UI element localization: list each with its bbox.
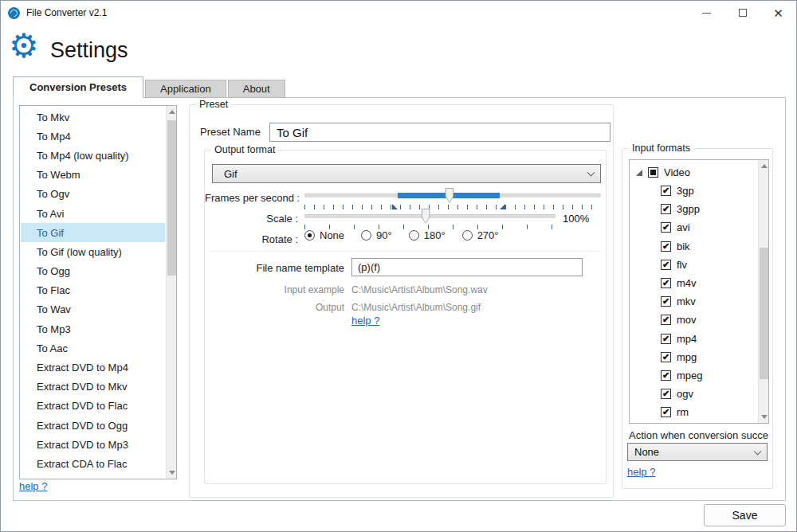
fps-slider-thumb[interactable] bbox=[445, 188, 453, 203]
format-tree-item[interactable]: ✔ bik bbox=[630, 237, 757, 256]
scroll-down-icon[interactable] bbox=[759, 411, 769, 423]
preset-listbox: To Mkv To Mp4 To Mp4 (low quality) To We… bbox=[19, 105, 177, 479]
preset-list-item[interactable]: To Mp3 bbox=[21, 319, 165, 338]
scale-value: 100% bbox=[563, 213, 589, 225]
close-button[interactable]: ✕ bbox=[760, 1, 796, 25]
preset-list-item[interactable]: Extract DVD to Ogg bbox=[21, 416, 165, 435]
preset-list-item[interactable]: To Avi bbox=[21, 204, 165, 223]
tree-root-label: Video bbox=[664, 166, 690, 178]
fps-slider[interactable] bbox=[304, 187, 601, 203]
scale-label: Scale : bbox=[205, 213, 298, 225]
preset-list-item[interactable]: To Gif (low quality) bbox=[21, 242, 165, 261]
preset-list-item[interactable]: Extract DVD to Mp4 bbox=[21, 358, 165, 377]
format-checkbox[interactable]: ✔ bbox=[661, 370, 671, 381]
input-formats-group-label: Input formats bbox=[629, 143, 693, 154]
format-tree-item[interactable]: ✔ flv bbox=[630, 256, 757, 274]
tab-strip: Conversion Presets Application About bbox=[13, 76, 287, 98]
section-divider bbox=[211, 251, 601, 252]
tree-expander-icon[interactable] bbox=[636, 170, 642, 176]
rotate-radio-option[interactable]: None bbox=[304, 229, 344, 241]
format-tree-item[interactable]: ✔ mpeg bbox=[630, 366, 757, 385]
file-template-label: File name template bbox=[205, 262, 344, 274]
preset-list-item[interactable]: To Wav bbox=[21, 300, 165, 319]
action-select[interactable]: None bbox=[627, 443, 768, 461]
output-format-select[interactable]: Gif bbox=[212, 164, 601, 183]
rotate-radio-option[interactable]: 270° bbox=[462, 229, 499, 241]
scroll-thumb[interactable] bbox=[167, 120, 176, 276]
minimize-button[interactable] bbox=[689, 1, 724, 25]
settings-gear-icon: ⚙ bbox=[9, 29, 39, 63]
format-tree-item[interactable]: ✔ mov bbox=[630, 311, 757, 329]
tree-node-video[interactable]: Video bbox=[630, 163, 757, 182]
preset-list-item[interactable]: To Mkv bbox=[21, 108, 165, 127]
preset-list-item[interactable]: To Mp4 (low quality) bbox=[21, 146, 165, 165]
format-checkbox[interactable]: ✔ bbox=[661, 222, 671, 233]
preset-list-item[interactable]: To Webm bbox=[21, 166, 165, 185]
format-tree-item[interactable]: ✔ mkv bbox=[630, 292, 757, 311]
formats-scrollbar[interactable] bbox=[758, 160, 768, 423]
preset-list-item[interactable]: To Mp4 bbox=[21, 127, 165, 146]
titlebar: File Converter v2.1 ✕ bbox=[1, 1, 796, 25]
format-checkbox[interactable]: ✔ bbox=[661, 389, 671, 399]
format-checkbox[interactable]: ✔ bbox=[661, 296, 671, 307]
scale-slider-thumb[interactable] bbox=[422, 209, 430, 224]
format-tree-item[interactable]: ✔ rm bbox=[630, 403, 757, 421]
format-checkbox[interactable]: ✔ bbox=[661, 352, 671, 362]
radio-icon bbox=[361, 230, 371, 241]
tab-conversion-presets[interactable]: Conversion Presets bbox=[13, 76, 143, 98]
format-checkbox[interactable]: ✔ bbox=[661, 260, 671, 270]
preset-list-item[interactable]: Extract DVD to Mkv bbox=[21, 377, 165, 397]
preset-name-input[interactable]: To Gif bbox=[269, 123, 611, 142]
video-checkbox[interactable] bbox=[648, 167, 658, 178]
tab-page-conversion-presets: To Mkv To Mp4 To Mp4 (low quality) To We… bbox=[13, 97, 786, 501]
preset-groupbox: Preset Preset Name To Gif Output format … bbox=[189, 104, 614, 498]
tab-about[interactable]: About bbox=[228, 80, 285, 98]
format-checkbox[interactable]: ✔ bbox=[661, 186, 671, 196]
format-checkbox[interactable]: ✔ bbox=[661, 334, 671, 344]
save-button[interactable]: Save bbox=[704, 504, 786, 526]
presets-help-link[interactable]: help ? bbox=[19, 480, 47, 492]
scroll-thumb[interactable] bbox=[760, 248, 768, 379]
format-checkbox[interactable]: ✔ bbox=[661, 315, 671, 325]
radio-icon bbox=[462, 230, 473, 241]
scale-slider[interactable] bbox=[304, 208, 556, 224]
preset-list-item[interactable]: To Flac bbox=[21, 281, 165, 300]
output-example-label: Output bbox=[205, 302, 344, 313]
preset-name-label: Preset Name bbox=[200, 126, 261, 138]
scroll-up-icon[interactable] bbox=[759, 160, 769, 172]
action-label: Action when conversion succe bbox=[629, 429, 769, 441]
preset-list-item[interactable]: To Ogv bbox=[21, 185, 165, 204]
preset-list-item[interactable]: Extract DVD to Flac bbox=[21, 397, 165, 416]
preset-list-scrollbar[interactable] bbox=[166, 106, 176, 479]
format-tree-item[interactable]: ✔ m4v bbox=[630, 274, 757, 292]
radio-icon bbox=[304, 230, 315, 241]
template-help-link[interactable]: help ? bbox=[351, 315, 379, 327]
format-checkbox[interactable]: ✔ bbox=[661, 204, 671, 214]
chevron-down-icon bbox=[754, 447, 762, 455]
format-tree-item[interactable]: ✔ ogv bbox=[630, 385, 757, 403]
rotate-radio-option[interactable]: 90° bbox=[361, 229, 392, 241]
format-tree-item[interactable]: ✔ 3gp bbox=[630, 182, 757, 200]
format-tree-item[interactable]: ✔ avi bbox=[630, 218, 757, 237]
maximize-button[interactable] bbox=[724, 1, 760, 25]
output-example-value: C:\Music\Artist\Album\Song.gif bbox=[351, 302, 481, 313]
format-checkbox[interactable]: ✔ bbox=[661, 278, 671, 288]
preset-list-item[interactable]: To Aac bbox=[21, 338, 165, 358]
tab-application[interactable]: Application bbox=[145, 80, 226, 98]
scroll-down-icon[interactable] bbox=[167, 467, 177, 479]
format-checkbox[interactable]: ✔ bbox=[661, 407, 671, 417]
format-tree-item[interactable]: ✔ 3gpp bbox=[630, 200, 757, 218]
scroll-up-icon[interactable] bbox=[167, 106, 177, 118]
preset-list-item[interactable]: Extract DVD to Mp3 bbox=[21, 435, 165, 454]
fps-label: Frames per second : bbox=[205, 192, 298, 204]
file-template-input[interactable]: (p)(f) bbox=[351, 258, 583, 276]
input-example-value: C:\Music\Artist\Album\Song.wav bbox=[351, 284, 488, 295]
preset-list-item[interactable]: Extract CDA to Flac bbox=[21, 454, 165, 473]
preset-list-item[interactable]: To Gif bbox=[21, 223, 165, 242]
format-checkbox[interactable]: ✔ bbox=[661, 241, 671, 252]
format-tree-item[interactable]: ✔ mpg bbox=[630, 348, 757, 366]
format-tree-item[interactable]: ✔ mp4 bbox=[630, 330, 757, 348]
formats-help-link[interactable]: help ? bbox=[627, 466, 655, 478]
rotate-radio-option[interactable]: 180° bbox=[409, 229, 446, 241]
preset-list-item[interactable]: To Ogg bbox=[21, 262, 165, 281]
